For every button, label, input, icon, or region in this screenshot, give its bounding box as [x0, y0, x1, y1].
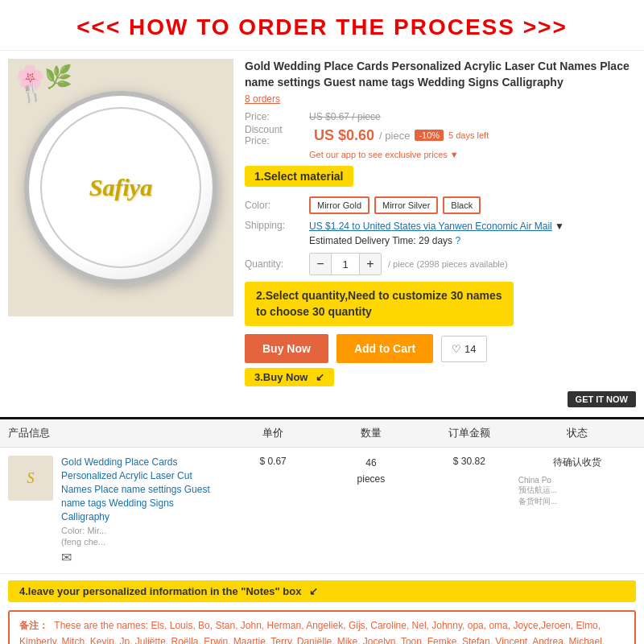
- shipping-info: US $1.24 to United States via Yanwen Eco…: [309, 219, 564, 248]
- shipping-label: Shipping:: [245, 219, 309, 231]
- discount-price-row: Discount Price: US $0.60 / piece -10% 5 …: [245, 124, 636, 147]
- app-price-row: Get our app to see exclusive prices ▼: [309, 150, 636, 159]
- discount-price: US $0.60: [314, 127, 374, 144]
- plate: Safiya: [24, 91, 217, 284]
- qty-number: 46: [365, 457, 376, 469]
- quantity-input[interactable]: [331, 254, 360, 275]
- message-icon[interactable]: ✉: [61, 550, 224, 565]
- notes-label: 备注：: [19, 620, 48, 631]
- price-per: / piece: [379, 130, 410, 142]
- header-total: 订单金额: [420, 426, 518, 440]
- color-mirror-silver[interactable]: Mirror Silver: [374, 196, 438, 214]
- order-total-val: $ 30.82: [420, 456, 518, 467]
- get-it-now-button[interactable]: GET IT NOW: [568, 391, 636, 407]
- order-item-details: Gold Wedding Place Cards Personalized Ac…: [61, 456, 224, 565]
- shipping-method[interactable]: US $1.24 to United States via Yanwen Eco…: [309, 221, 552, 232]
- callout-select-quantity: 2.Select quantity,Need to customize 30 n…: [245, 282, 514, 326]
- order-item-color: Color: Mir...: [61, 526, 224, 535]
- color-options: Mirror Gold Mirror Silver Black: [309, 196, 481, 214]
- notes-box: 备注： These are the names: Els, Louis, Bo,…: [8, 610, 636, 644]
- original-price: US $0.67 / piece: [309, 111, 381, 122]
- price-row: Price: US $0.67 / piece: [245, 111, 636, 122]
- buy-now-button[interactable]: Buy Now: [245, 334, 328, 363]
- qty-unit: pieces: [357, 473, 386, 485]
- buy-row: Buy Now Add to Cart ♡ 14: [245, 334, 636, 363]
- callout-4-text: 4.leave your personalized information in…: [19, 585, 301, 597]
- callout-4-section: 4.leave your personalized information in…: [0, 574, 644, 610]
- discount-badge: -10%: [415, 130, 444, 141]
- page-header: <<< HOW TO ORDER THE PROCESS >>>: [0, 0, 644, 51]
- quantity-control: − +: [309, 253, 382, 275]
- order-item-image: S: [8, 456, 53, 501]
- callout-3-text: 3.Buy Now: [254, 371, 308, 383]
- price-label: Price:: [245, 111, 309, 122]
- product-info: Gold Wedding Place Cards Personalized Ac…: [233, 59, 636, 386]
- delivery-time: Estimated Delivery Time: 29 days: [309, 235, 452, 246]
- quantity-increase-button[interactable]: +: [360, 254, 381, 275]
- down-arrow-4: ↙: [309, 585, 318, 597]
- color-row: Color: Mirror Gold Mirror Silver Black: [245, 196, 636, 214]
- notes-text: These are the names: Els, Louis, Bo, Sta…: [19, 620, 605, 644]
- add-to-cart-button[interactable]: Add to Cart: [336, 334, 433, 363]
- callout-3-wrap: 3.Buy Now ↙ GET IT NOW: [245, 368, 636, 386]
- down-arrow: ↙: [316, 371, 324, 383]
- product-image: 🌸🌿 🍴 Safiya: [8, 59, 233, 316]
- wishlist-button[interactable]: ♡ 14: [441, 336, 486, 362]
- wishlist-count: 14: [464, 343, 476, 355]
- quantity-label: Quantity:: [245, 258, 309, 270]
- orders-link[interactable]: 8 orders: [245, 93, 636, 105]
- quantity-note: / piece (2998 pieces available): [388, 259, 508, 269]
- heart-icon: ♡: [452, 343, 461, 355]
- color-black[interactable]: Black: [443, 196, 481, 214]
- delivery-help[interactable]: ?: [455, 235, 460, 246]
- quantity-row: Quantity: − + / piece (2998 pieces avail…: [245, 253, 636, 275]
- callout-notes: 4.leave your personalized information in…: [8, 580, 636, 602]
- fork-knife-decoration: 🍴: [19, 81, 41, 105]
- days-left: 5 days left: [448, 130, 489, 140]
- order-price-val: $ 0.67: [224, 456, 322, 467]
- order-table-section: 产品信息 单价 数量 订单金额 状态 S Gold Wedding Place …: [0, 417, 644, 574]
- china-note: China Po预估航运...备货时间...: [518, 473, 636, 507]
- callout-buy-now: 3.Buy Now ↙: [245, 368, 334, 386]
- table-row: S Gold Wedding Place Cards Personalized …: [0, 448, 644, 574]
- order-item-extra: (feng che...: [61, 537, 224, 547]
- page-title: <<< HOW TO ORDER THE PROCESS >>>: [8, 14, 636, 40]
- callout-select-material: 1.Select material: [245, 166, 353, 187]
- product-image-wrap: 🌸🌿 🍴 Safiya: [8, 59, 233, 316]
- callout-2-text: 2.Select quantity,Need to customize 30 n…: [256, 289, 502, 318]
- header-price: 单价: [224, 426, 322, 440]
- product-title: Gold Wedding Place Cards Personalized Ac…: [245, 59, 636, 90]
- order-table-header: 产品信息 单价 数量 订单金额 状态: [0, 419, 644, 448]
- color-mirror-gold[interactable]: Mirror Gold: [309, 196, 369, 214]
- header-product: 产品信息: [8, 426, 224, 440]
- order-item-name[interactable]: Gold Wedding Place Cards Personalized Ac…: [61, 456, 224, 523]
- app-price-text: Get our app to see exclusive prices: [309, 150, 448, 159]
- header-qty: 数量: [322, 426, 420, 440]
- order-qty-val: 46 pieces: [322, 456, 420, 486]
- color-label: Color:: [245, 200, 309, 211]
- shipping-row: Shipping: US $1.24 to United States via …: [245, 219, 636, 248]
- plate-name-text: Safiya: [89, 174, 152, 201]
- discount-label: Discount Price:: [245, 124, 309, 147]
- order-status-val: 待确认收货 China Po预估航运...备货时间...: [518, 456, 636, 507]
- plate-inner: Safiya: [40, 107, 201, 268]
- order-status-text: 待确认收货: [518, 456, 636, 469]
- product-section: 🌸🌿 🍴 Safiya Gold Wedding Place Cards Per…: [0, 51, 644, 386]
- header-status: 状态: [518, 426, 636, 440]
- quantity-decrease-button[interactable]: −: [310, 254, 331, 275]
